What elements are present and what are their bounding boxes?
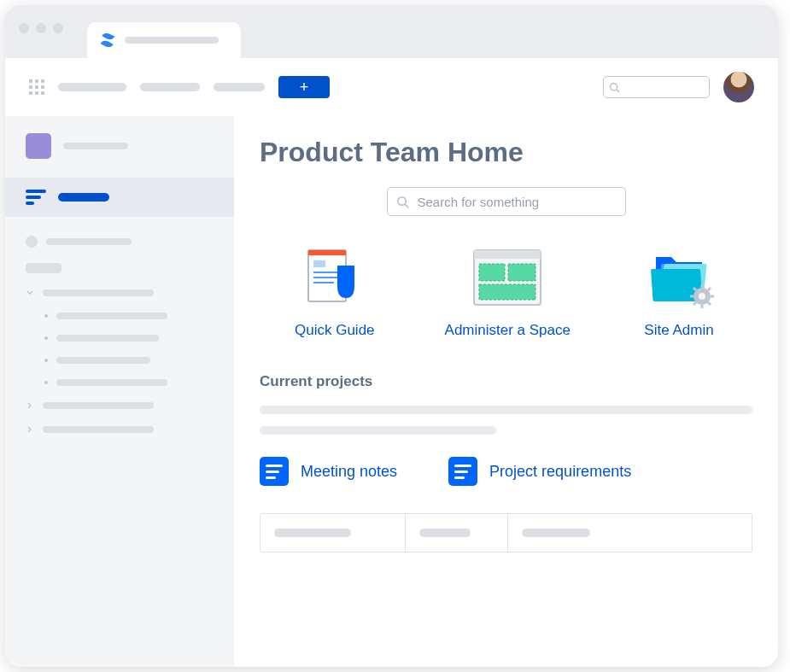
tree-item[interactable] xyxy=(26,236,214,248)
link-meeting-notes[interactable]: Meeting notes xyxy=(260,457,397,486)
table xyxy=(260,513,752,552)
tree-child-item[interactable] xyxy=(26,357,214,364)
svg-line-24 xyxy=(693,288,696,290)
tree-item-expandable[interactable] xyxy=(26,401,214,410)
global-search[interactable] xyxy=(603,76,710,98)
svg-point-19 xyxy=(699,293,705,300)
sidebar-active-label xyxy=(58,193,109,202)
page-title: Product Team Home xyxy=(260,137,752,168)
tile-quick-guide[interactable]: Quick Guide xyxy=(295,245,375,339)
svg-point-0 xyxy=(611,83,617,90)
space-header[interactable] xyxy=(5,133,234,178)
content-placeholder xyxy=(260,426,496,435)
sidebar xyxy=(5,116,234,667)
tile-label: Site Admin xyxy=(644,322,713,339)
document-illustration-icon xyxy=(296,245,373,310)
space-name-placeholder xyxy=(63,143,128,149)
table-header-cell xyxy=(406,514,508,552)
svg-rect-5 xyxy=(308,250,346,255)
svg-rect-14 xyxy=(479,284,535,300)
svg-point-2 xyxy=(397,196,405,204)
tile-administer-space[interactable]: Administer a Space xyxy=(445,245,571,339)
top-nav: + xyxy=(5,58,778,116)
nav-item[interactable] xyxy=(140,83,200,91)
table-header-cell xyxy=(508,514,752,552)
link-project-requirements[interactable]: Project requirements xyxy=(448,457,631,486)
close-dot[interactable] xyxy=(19,23,29,33)
nav-item[interactable] xyxy=(58,83,126,91)
content-placeholder xyxy=(260,406,752,414)
space-icon xyxy=(26,133,51,159)
svg-rect-11 xyxy=(474,250,541,259)
page-search-input[interactable]: Search for something xyxy=(387,187,626,216)
sidebar-active-item[interactable] xyxy=(5,178,234,217)
page-icon xyxy=(260,457,289,486)
svg-rect-13 xyxy=(508,264,535,281)
page-tree xyxy=(5,217,234,434)
tile-label: Quick Guide xyxy=(295,322,375,339)
tree-item[interactable] xyxy=(26,263,214,273)
search-icon xyxy=(396,196,409,208)
tab-title-placeholder xyxy=(125,37,219,44)
tree-child-item[interactable] xyxy=(26,335,214,342)
chevron-right-icon xyxy=(26,425,34,434)
search-placeholder: Search for something xyxy=(418,195,540,209)
quick-links-tiles: Quick Guide Administer a Space xyxy=(260,245,752,339)
svg-line-25 xyxy=(708,302,711,305)
main-content: Product Team Home Search for something xyxy=(234,116,778,667)
tree-item-expandable[interactable] xyxy=(26,289,214,297)
svg-line-3 xyxy=(405,204,408,207)
overview-icon xyxy=(26,190,46,205)
svg-rect-6 xyxy=(313,260,325,267)
section-heading-current-projects: Current projects xyxy=(260,373,752,390)
maximize-dot[interactable] xyxy=(53,23,63,33)
tile-label: Administer a Space xyxy=(445,322,571,339)
link-label: Meeting notes xyxy=(301,463,397,481)
app-window: + xyxy=(5,5,778,667)
table-header-cell xyxy=(260,514,406,552)
layout-illustration-icon xyxy=(469,245,546,310)
svg-line-27 xyxy=(693,302,696,305)
folder-illustration-icon xyxy=(641,245,717,310)
svg-line-1 xyxy=(617,89,619,91)
svg-line-26 xyxy=(708,288,711,290)
page-icon xyxy=(448,457,477,486)
tree-child-item[interactable] xyxy=(26,379,214,386)
tree-item-expandable[interactable] xyxy=(26,425,214,434)
search-icon xyxy=(609,82,620,93)
app-switcher-icon[interactable] xyxy=(29,79,44,95)
browser-tab[interactable] xyxy=(87,22,241,58)
quick-page-links: Meeting notes Project requirements xyxy=(260,457,752,486)
chevron-down-icon xyxy=(26,289,34,297)
tile-site-admin[interactable]: Site Admin xyxy=(641,245,717,339)
window-controls xyxy=(19,23,63,33)
confluence-icon xyxy=(99,32,116,49)
page-icon xyxy=(26,236,38,248)
create-button[interactable]: + xyxy=(278,76,330,98)
browser-chrome xyxy=(5,5,778,58)
user-avatar[interactable] xyxy=(723,72,754,102)
svg-rect-12 xyxy=(479,264,505,281)
minimize-dot[interactable] xyxy=(36,23,46,33)
tree-child-item[interactable] xyxy=(26,313,214,319)
nav-item[interactable] xyxy=(214,83,265,91)
link-label: Project requirements xyxy=(489,463,631,481)
chevron-right-icon xyxy=(26,401,34,410)
